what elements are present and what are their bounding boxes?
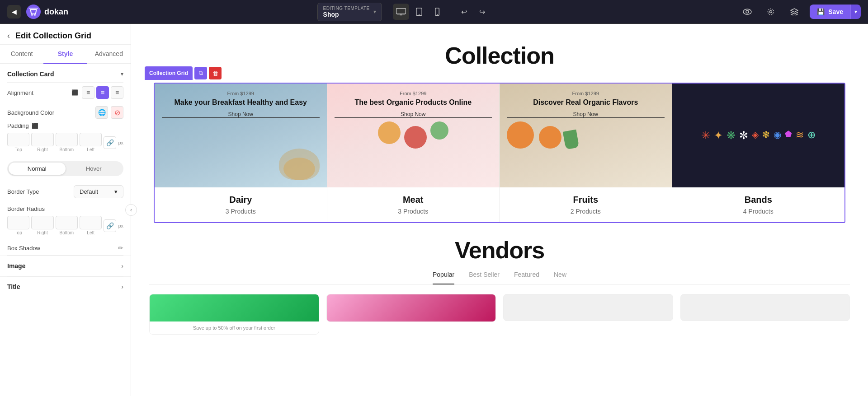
tab-content[interactable]: Content [0, 45, 43, 64]
tab-style[interactable]: Style [43, 45, 87, 64]
settings-button[interactable] [763, 4, 779, 20]
collection-card-dairy[interactable]: From $1299 Make your Breakfast Healthy a… [155, 84, 327, 222]
panel-tabs: Content Style Advanced [0, 45, 131, 64]
svg-point-8 [743, 9, 751, 14]
color-globe-button[interactable]: 🌐 [95, 106, 108, 119]
align-right-button[interactable]: ≡ [111, 86, 123, 99]
collection-card-meat[interactable]: From $1299 The best Organic Products Onl… [327, 84, 500, 222]
vendor-tab-bestseller[interactable]: Best Seller [469, 271, 500, 284]
svg-point-7 [437, 14, 438, 15]
grid-label: Collection Grid [145, 66, 193, 80]
normal-toggle-button[interactable]: Normal [9, 163, 66, 175]
card-image-fruits: From $1299 Discover Real Organic Flavors… [500, 84, 672, 187]
vendors-tabs: Popular Best Seller Featured New [149, 271, 850, 285]
card-price-meat: From $1299 [335, 91, 492, 96]
tab-advanced[interactable]: Advanced [87, 45, 131, 64]
topbar-back-button[interactable]: ◀ [7, 5, 21, 19]
grid-delete-button[interactable]: 🗑 [209, 67, 222, 79]
vendor-tab-popular[interactable]: Popular [433, 271, 454, 284]
border-radius-section: Border Radius Top Right Bottom Left [0, 202, 131, 241]
box-shadow-row: Box Shadow ✏ [0, 241, 131, 255]
mobile-device-button[interactable] [429, 4, 445, 20]
topbar-right: 💾 Save ▾ [739, 4, 861, 20]
svg-point-2 [34, 14, 36, 16]
alignment-row: Alignment ⬛ ≡ ≡ ≡ [0, 83, 131, 102]
panel-title: Edit Collection Grid [15, 31, 91, 41]
border-type-select[interactable]: Default ▾ [74, 185, 123, 198]
preview-button[interactable] [739, 4, 755, 20]
canvas-inner: Collection Collection Grid ⧉ 🗑 [131, 24, 868, 396]
padding-right-input[interactable] [31, 133, 53, 146]
padding-section: Padding ⬛ Top Right Bottom Left [0, 122, 131, 158]
padding-monitor-icon: ⬛ [32, 123, 38, 129]
canvas: Collection Collection Grid ⧉ 🗑 [131, 24, 868, 396]
card-title-dairy: Make your Breakfast Healthy and Easy [162, 98, 320, 107]
box-shadow-edit-icon[interactable]: ✏ [118, 244, 123, 252]
topbar-left: ◀ dokan [7, 5, 68, 19]
svg-rect-3 [396, 8, 406, 14]
border-type-row: Border Type Default ▾ [0, 182, 131, 202]
layers-button[interactable] [786, 4, 802, 20]
svg-point-1 [31, 14, 33, 16]
grid-copy-button[interactable]: ⧉ [194, 67, 207, 79]
collection-card-section[interactable]: Collection Card ▾ [0, 64, 131, 82]
panel-collapse-button[interactable]: ‹ [125, 204, 137, 216]
vendor-card-1: Save up to 50% off on your first order [149, 294, 319, 335]
logo: dokan [26, 5, 68, 19]
save-button[interactable]: 💾 Save [810, 5, 850, 19]
section-chevron-icon: ▾ [121, 71, 123, 77]
padding-top-input[interactable] [7, 133, 29, 146]
save-dropdown-button[interactable]: ▾ [850, 5, 861, 19]
vendor-tab-new[interactable]: New [554, 271, 566, 284]
card-shopnow-dairy[interactable]: Shop Now [162, 111, 320, 118]
undo-button[interactable]: ↩ [456, 4, 472, 20]
border-radius-link-icon[interactable]: 🔗 [104, 219, 116, 232]
color-none-button[interactable]: ⊘ [111, 106, 123, 119]
title-section[interactable]: Title › [0, 276, 131, 297]
collection-section: Collection Collection Grid ⧉ 🗑 [131, 24, 868, 357]
padding-bottom-input[interactable] [56, 133, 78, 146]
undo-redo: ↩ ↪ [456, 4, 491, 20]
padding-link-icon[interactable]: 🔗 [104, 136, 116, 149]
desktop-device-button[interactable] [393, 4, 409, 20]
vendor-card-4 [680, 294, 850, 335]
card-shopnow-meat[interactable]: Shop Now [335, 111, 492, 118]
card-footer-dairy: Dairy 3 Products [155, 187, 327, 222]
card-image-dairy: From $1299 Make your Breakfast Healthy a… [155, 84, 327, 187]
cards-grid: From $1299 Make your Breakfast Healthy a… [155, 84, 844, 222]
border-radius-right-input[interactable] [31, 216, 53, 229]
main-layout: ‹ Edit Collection Grid Content Style Adv… [0, 24, 868, 396]
collection-title: Collection [140, 42, 859, 69]
card-shopnow-fruits[interactable]: Shop Now [507, 111, 665, 118]
collection-card-fruits[interactable]: From $1299 Discover Real Organic Flavors… [500, 84, 672, 222]
card-footer-meat: Meat 3 Products [327, 187, 500, 222]
topbar-center: EDITING TEMPLATE Shop ▾ ↩ ↪ [317, 3, 491, 21]
tablet-device-button[interactable] [411, 4, 427, 20]
panel-header: ‹ Edit Collection Grid [0, 24, 131, 45]
card-price-fruits: From $1299 [507, 91, 665, 96]
vendor-preview: Save up to 50% off on your first order [149, 285, 850, 344]
padding-left-input[interactable] [80, 133, 102, 146]
svg-point-5 [419, 14, 420, 15]
editing-template-button[interactable]: EDITING TEMPLATE Shop ▾ [317, 3, 382, 21]
card-image-meat: From $1299 The best Organic Products Onl… [327, 84, 500, 187]
border-radius-top-input[interactable] [7, 216, 29, 229]
card-title-meat: The best Organic Products Online [335, 98, 492, 107]
card-footer-fruits: Fruits 2 Products [500, 187, 672, 222]
title-expand-icon: › [121, 283, 123, 290]
collection-card-bands[interactable]: ✳ ✦ ❋ ✼ ◈ ❃ ◉ ⬟ ≋ ⊕ [672, 84, 845, 222]
alignment-icon: ⬛ [71, 89, 78, 96]
vendor-tab-featured[interactable]: Featured [514, 271, 539, 284]
redo-button[interactable]: ↪ [474, 4, 491, 20]
panel-back-button[interactable]: ‹ [7, 31, 10, 41]
bg-color-row: Background Color 🌐 ⊘ [0, 102, 131, 122]
align-left-button[interactable]: ≡ [82, 86, 94, 99]
border-radius-left-input[interactable] [80, 216, 102, 229]
align-center-button[interactable]: ≡ [96, 86, 109, 99]
select-chevron-icon: ▾ [114, 188, 118, 195]
card-image-bands: ✳ ✦ ❋ ✼ ◈ ❃ ◉ ⬟ ≋ ⊕ [672, 84, 845, 187]
image-section[interactable]: Image › [0, 256, 131, 276]
left-panel: ‹ Edit Collection Grid Content Style Adv… [0, 24, 131, 396]
hover-toggle-button[interactable]: Hover [66, 163, 123, 175]
border-radius-bottom-input[interactable] [56, 216, 78, 229]
